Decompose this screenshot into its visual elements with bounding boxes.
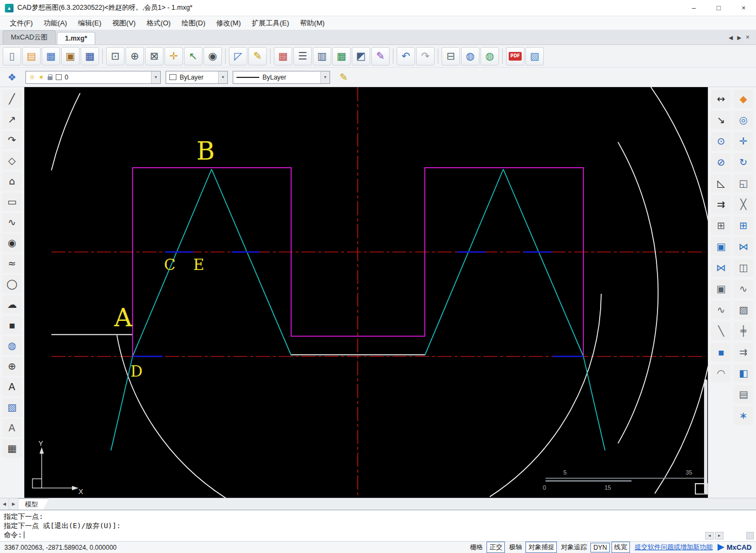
region-button[interactable]: ⊕ xyxy=(2,357,22,376)
tab-scroll-left-button[interactable]: ◀ xyxy=(729,35,733,41)
sketch-button[interactable]: ✎ xyxy=(248,47,267,65)
menu-item-6[interactable]: 修改(M) xyxy=(211,17,246,30)
copy-button[interactable]: ◎ xyxy=(734,111,753,129)
polyline-button[interactable]: ∿ xyxy=(2,213,22,232)
paste-button[interactable]: ▤ xyxy=(734,385,753,404)
redo-button[interactable]: ↷ xyxy=(416,47,435,65)
move-button[interactable]: ✛ xyxy=(734,132,753,150)
layer-manager-button[interactable]: ❖ xyxy=(3,69,21,85)
spline2-button[interactable]: ∿ xyxy=(734,280,753,298)
model-tab[interactable]: 模型 xyxy=(18,498,49,510)
polygon-button[interactable]: ◇ xyxy=(2,152,22,170)
text-style-button[interactable]: ☰ xyxy=(293,47,312,65)
text-button[interactable]: A xyxy=(2,378,22,396)
array-button[interactable]: ⊞ xyxy=(734,216,753,235)
export-pdf-button[interactable]: PDF xyxy=(506,47,524,65)
print-button[interactable]: ⊟ xyxy=(442,47,460,65)
layer-dropdown[interactable]: ☼ ☀ 0 ▼ xyxy=(25,71,161,84)
menu-item-7[interactable]: 扩展工具(E) xyxy=(246,17,294,30)
array-rect-button[interactable]: ⊞ xyxy=(711,216,731,235)
close-button[interactable]: × xyxy=(731,0,756,16)
canvas-vertical-scrollbar[interactable] xyxy=(704,379,707,494)
line-button[interactable]: ╱ xyxy=(2,90,22,108)
open-url-button[interactable]: ◍ xyxy=(481,47,499,65)
save-as-button[interactable]: ▦ xyxy=(81,47,99,65)
erase-button[interactable]: ◆ xyxy=(734,90,753,108)
tab-mxcad-cloud[interactable]: MxCAD云图 xyxy=(3,30,56,44)
point-button[interactable]: ▪ xyxy=(2,316,22,334)
dim-continue-button[interactable]: ⇉ xyxy=(711,195,731,214)
xline-button[interactable]: ↗ xyxy=(2,110,22,129)
select-object-button[interactable]: ◸ xyxy=(229,47,247,65)
arc-button[interactable]: ↷ xyxy=(2,131,22,149)
pick-edit-button[interactable]: ◩ xyxy=(352,47,370,65)
linetype-dropdown[interactable]: ByLayer ▼ xyxy=(233,71,330,84)
undo-button[interactable]: ↶ xyxy=(397,47,415,65)
menu-item-3[interactable]: 视图(V) xyxy=(107,17,141,30)
dim-diameter-button[interactable]: ⊘ xyxy=(711,153,731,172)
join-button[interactable]: ⇉ xyxy=(734,343,753,361)
layout-prev-button[interactable]: ◀ xyxy=(0,498,9,510)
menu-item-5[interactable]: 绘图(D) xyxy=(176,17,211,30)
command-scroll-right-button[interactable]: ▶ xyxy=(715,532,724,539)
image-ref-button[interactable]: ▧ xyxy=(2,398,22,417)
menu-item-2[interactable]: 编辑(E) xyxy=(73,17,107,30)
tab-document-1mxg[interactable]: 1.mxg* xyxy=(57,32,95,44)
stretch-button[interactable]: ◱ xyxy=(734,174,753,193)
spline-edit-button[interactable]: ∿ xyxy=(711,301,731,319)
color-dropdown-arrow-icon[interactable]: ▼ xyxy=(218,71,227,83)
entity-edit-button[interactable]: ✎ xyxy=(371,47,390,65)
layers-stack-button[interactable]: ▣ xyxy=(711,280,731,298)
zoom-extents-button[interactable]: ⊠ xyxy=(145,47,163,65)
status-toggle-polar[interactable]: 极轴 xyxy=(507,542,524,552)
mirror2-button[interactable]: ⋈ xyxy=(734,238,753,256)
pentagon-button[interactable]: ⌂ xyxy=(2,172,22,190)
menu-item-4[interactable]: 格式(O) xyxy=(141,17,176,30)
dim-radius-button[interactable]: ⊙ xyxy=(711,132,731,150)
maximize-button[interactable]: □ xyxy=(706,0,731,16)
dim-linear-button[interactable]: ↔ xyxy=(711,90,731,108)
table-button[interactable]: ▦ xyxy=(332,47,351,65)
status-toggle-otrack[interactable]: 对象追踪 xyxy=(558,542,589,552)
mtext-align-button[interactable]: A xyxy=(2,419,22,437)
block-insert-button[interactable]: ▣ xyxy=(711,238,731,256)
draworder-button[interactable]: ✎ xyxy=(335,69,352,85)
break-button[interactable]: ╪ xyxy=(734,322,753,340)
revcloud-button[interactable]: ☁ xyxy=(2,295,22,314)
rotate-button[interactable]: ↻ xyxy=(734,153,753,172)
status-toggle-dyn[interactable]: DYN xyxy=(590,543,609,552)
feedback-link[interactable]: 提交软件问题或增加新功能 xyxy=(632,543,715,552)
layout-next-button[interactable]: ▶ xyxy=(9,498,18,510)
open-file-button[interactable]: ▤ xyxy=(22,47,41,65)
arc-edit-button[interactable]: ◠ xyxy=(711,364,731,383)
hatch-edit-button[interactable]: ╲ xyxy=(711,322,731,340)
wipeout-button[interactable]: ◍ xyxy=(2,337,22,355)
dim-aligned-button[interactable]: ↘ xyxy=(711,111,731,129)
measure-button[interactable]: ↖ xyxy=(184,47,202,65)
box3d-button[interactable]: ◧ xyxy=(734,364,753,383)
zoom-window-button[interactable]: ⊡ xyxy=(106,47,124,65)
minimize-button[interactable]: – xyxy=(681,0,706,16)
copy-page-button[interactable]: ▥ xyxy=(313,47,331,65)
dim-angle-button[interactable]: ◺ xyxy=(711,174,731,193)
ellipse-button[interactable]: ◯ xyxy=(2,275,22,293)
drawing-canvas[interactable]: BACEDYX535015 xyxy=(24,87,708,498)
status-toggle-grid[interactable]: 栅格 xyxy=(468,542,485,552)
save-file-button[interactable]: ▦ xyxy=(42,47,60,65)
explode-button[interactable]: ∗ xyxy=(734,406,753,425)
menu-item-0[interactable]: 文件(F) xyxy=(4,17,38,30)
color-palette-button[interactable]: ▦ xyxy=(274,47,292,65)
zoom-scale-button[interactable]: ◉ xyxy=(203,47,222,65)
spline-button[interactable]: ≈ xyxy=(2,254,22,273)
insert-image-button[interactable]: ▧ xyxy=(525,47,544,65)
zoom-dynamic-button[interactable]: ⊕ xyxy=(126,47,144,65)
linetype-dropdown-arrow-icon[interactable]: ▼ xyxy=(320,71,330,83)
circle-button[interactable]: ◉ xyxy=(2,234,22,252)
status-toggle-lineweight[interactable]: 线宽 xyxy=(612,542,630,553)
tab-scroll-right-button[interactable]: ▶ xyxy=(737,35,741,41)
command-line-area[interactable]: 指定下一点:指定下一点 或[退出(E)/放弃(U)]: 命令: ◀ ▶ xyxy=(0,510,756,541)
status-toggle-ortho[interactable]: 正交 xyxy=(487,542,505,553)
hatch-button[interactable]: ▦ xyxy=(2,439,22,458)
offset-button[interactable]: ◫ xyxy=(734,259,753,277)
pan-button[interactable]: ✛ xyxy=(165,47,183,65)
